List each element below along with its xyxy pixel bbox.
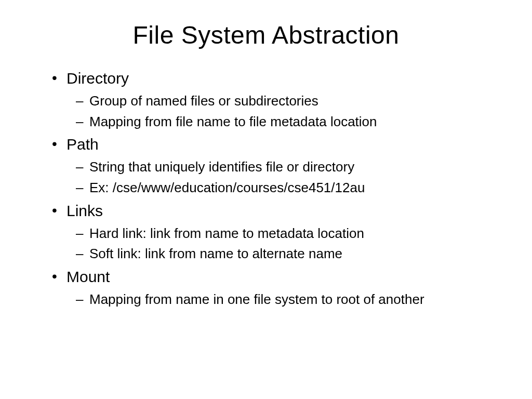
bullet-label: Links [66, 202, 103, 219]
bullet-item: Links Hard link: link from name to metad… [52, 200, 496, 264]
sub-bullet-item: Hard link: link from name to metadata lo… [76, 224, 496, 244]
sub-bullet-item: Soft link: link from name to alternate n… [76, 244, 496, 264]
slide-title: File System Abstraction [36, 21, 496, 49]
sub-bullet-list: Hard link: link from name to metadata lo… [76, 224, 496, 264]
sub-bullet-item: String that uniquely identifies file or … [76, 157, 496, 177]
sub-bullet-list: String that uniquely identifies file or … [76, 157, 496, 197]
sub-bullet-item: Mapping from name in one file system to … [76, 290, 496, 310]
bullet-item: Directory Group of named files or subdir… [52, 68, 496, 131]
bullet-label: Path [66, 136, 99, 153]
bullet-item: Mount Mapping from name in one file syst… [52, 266, 496, 310]
sub-bullet-list: Mapping from name in one file system to … [76, 290, 496, 310]
bullet-item: Path String that uniquely identifies fil… [52, 134, 496, 197]
sub-bullet-item: Ex: /cse/www/education/courses/cse451/12… [76, 178, 496, 198]
sub-bullet-item: Mapping from file name to file metadata … [76, 112, 496, 132]
bullet-label: Directory [66, 70, 129, 87]
sub-bullet-item: Group of named files or subdirectories [76, 91, 496, 111]
bullet-label: Mount [66, 268, 110, 285]
sub-bullet-list: Group of named files or subdirectories M… [76, 91, 496, 131]
bullet-list: Directory Group of named files or subdir… [52, 68, 496, 310]
slide-content: Directory Group of named files or subdir… [36, 68, 496, 310]
